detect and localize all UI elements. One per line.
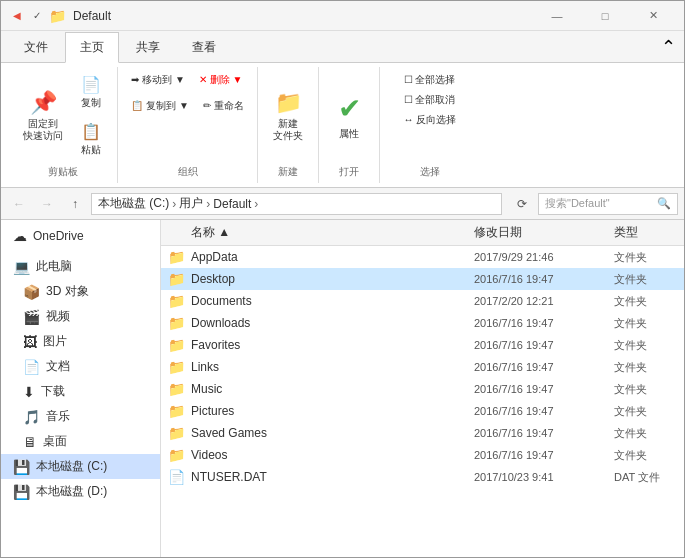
dat-icon-ntuser: 📄 <box>161 469 191 485</box>
folder-icon-desktop: 📁 <box>161 271 191 287</box>
search-icon: 🔍 <box>657 197 671 210</box>
path-segment-default[interactable]: Default <box>213 197 251 211</box>
file-type-videos: 文件夹 <box>614 448 684 463</box>
sidebar-item-music[interactable]: 🎵 音乐 <box>1 404 160 429</box>
sidebar-item-onedrive[interactable]: ☁ OneDrive <box>1 224 160 248</box>
paste-button[interactable]: 📋 粘贴 <box>73 118 109 161</box>
sidebar-label-local-d: 本地磁盘 (D:) <box>36 483 107 500</box>
sidebar-item-desktop[interactable]: 🖥 桌面 <box>1 429 160 454</box>
copy-label: 复制 <box>81 96 101 110</box>
invert-select-button[interactable]: ↔ 反向选择 <box>400 111 461 129</box>
tab-home[interactable]: 主页 <box>65 32 119 63</box>
properties-button[interactable]: ✔ 属性 <box>327 88 371 145</box>
file-list-header: 名称 ▲ 修改日期 类型 <box>161 220 684 246</box>
sidebar-item-this-pc[interactable]: 💻 此电脑 <box>1 254 160 279</box>
ribbon-group-open: ✔ 属性 打开 <box>319 67 380 183</box>
file-row-downloads[interactable]: 📁 Downloads 2016/7/16 19:47 文件夹 <box>161 312 684 334</box>
paste-label: 粘贴 <box>81 143 101 157</box>
header-type[interactable]: 类型 <box>614 224 684 241</box>
file-row-music[interactable]: 📁 Music 2016/7/16 19:47 文件夹 <box>161 378 684 400</box>
move-to-button[interactable]: ➡ 移动到 ▼ <box>127 71 188 89</box>
folder-icon-documents: 📁 <box>161 293 191 309</box>
folder-icon-saved-games: 📁 <box>161 425 191 441</box>
sidebar-item-3d-objects[interactable]: 📦 3D 对象 <box>1 279 160 304</box>
title-controls: — □ ✕ <box>534 1 676 31</box>
file-row-favorites[interactable]: 📁 Favorites 2016/7/16 19:47 文件夹 <box>161 334 684 356</box>
documents-icon: 📄 <box>23 359 40 375</box>
copy-button[interactable]: 📄 复制 <box>73 71 109 114</box>
sidebar-label-3d-objects: 3D 对象 <box>46 283 89 300</box>
rename-button[interactable]: ✏ 重命名 <box>199 97 248 115</box>
back-button[interactable]: ← <box>7 192 31 216</box>
local-d-icon: 💾 <box>13 484 30 500</box>
address-path[interactable]: 本地磁盘 (C:) › 用户 › Default › <box>91 193 502 215</box>
select-all-button[interactable]: ☐ 全部选择 <box>400 71 460 89</box>
sidebar-item-videos[interactable]: 🎬 视频 <box>1 304 160 329</box>
clipboard-buttons: 📌 固定到快速访问 📄 复制 📋 粘贴 <box>17 71 109 161</box>
new-folder-label: 新建文件夹 <box>273 118 303 142</box>
file-row-videos[interactable]: 📁 Videos 2016/7/16 19:47 文件夹 <box>161 444 684 466</box>
3d-objects-icon: 📦 <box>23 284 40 300</box>
folder-icon-music: 📁 <box>161 381 191 397</box>
pictures-icon: 🖼 <box>23 334 37 350</box>
pin-to-quickaccess-button[interactable]: 📌 固定到快速访问 <box>17 86 69 146</box>
sidebar-item-local-c[interactable]: 💾 本地磁盘 (C:) <box>1 454 160 479</box>
file-type-documents: 文件夹 <box>614 294 684 309</box>
maximize-button[interactable]: □ <box>582 1 628 31</box>
file-row-appdata[interactable]: 📁 AppData 2017/9/29 21:46 文件夹 <box>161 246 684 268</box>
minimize-button[interactable]: — <box>534 1 580 31</box>
file-row-ntuser[interactable]: 📄 NTUSER.DAT 2017/10/23 9:41 DAT 文件 <box>161 466 684 488</box>
path-sep-3: › <box>254 197 258 211</box>
file-type-pictures: 文件夹 <box>614 404 684 419</box>
file-name-favorites: Favorites <box>191 338 474 352</box>
file-type-links: 文件夹 <box>614 360 684 375</box>
search-box[interactable]: 搜索"Default" 🔍 <box>538 193 678 215</box>
local-c-icon: 💾 <box>13 459 30 475</box>
tab-file[interactable]: 文件 <box>9 32 63 62</box>
paste-icon: 📋 <box>81 122 101 141</box>
tab-share[interactable]: 共享 <box>121 32 175 62</box>
search-placeholder: 搜索"Default" <box>545 196 653 211</box>
path-segment-users[interactable]: 用户 <box>179 195 203 212</box>
sidebar-item-local-d[interactable]: 💾 本地磁盘 (D:) <box>1 479 160 504</box>
header-name[interactable]: 名称 ▲ <box>161 224 474 241</box>
sidebar-item-pictures[interactable]: 🖼 图片 <box>1 329 160 354</box>
close-button[interactable]: ✕ <box>630 1 676 31</box>
file-name-documents: Documents <box>191 294 474 308</box>
up-button[interactable]: ↑ <box>63 192 87 216</box>
header-date[interactable]: 修改日期 <box>474 224 614 241</box>
file-list-area: 名称 ▲ 修改日期 类型 📁 AppData 2017/9/29 21:46 文… <box>161 220 684 558</box>
title-bar: ◀ ✓ 📁 Default — □ ✕ <box>1 1 684 31</box>
sidebar-item-documents[interactable]: 📄 文档 <box>1 354 160 379</box>
file-date-pictures: 2016/7/16 19:47 <box>474 405 614 417</box>
file-date-links: 2016/7/16 19:47 <box>474 361 614 373</box>
ribbon-group-select: ☐ 全部选择 ☐ 全部取消 ↔ 反向选择 选择 <box>380 67 480 183</box>
file-row-saved-games[interactable]: 📁 Saved Games 2016/7/16 19:47 文件夹 <box>161 422 684 444</box>
open-buttons: ✔ 属性 <box>327 71 371 161</box>
menu-bar: 文件 主页 共享 查看 ⌃ <box>1 31 684 63</box>
this-pc-icon: 💻 <box>13 259 30 275</box>
sidebar-item-downloads[interactable]: ⬇ 下载 <box>1 379 160 404</box>
file-row-pictures[interactable]: 📁 Pictures 2016/7/16 19:47 文件夹 <box>161 400 684 422</box>
path-segment-c[interactable]: 本地磁盘 (C:) <box>98 195 169 212</box>
clipboard-label: 剪贴板 <box>48 161 78 179</box>
file-row-documents[interactable]: 📁 Documents 2017/2/20 12:21 文件夹 <box>161 290 684 312</box>
file-row-links[interactable]: 📁 Links 2016/7/16 19:47 文件夹 <box>161 356 684 378</box>
tab-view[interactable]: 查看 <box>177 32 231 62</box>
file-name-pictures: Pictures <box>191 404 474 418</box>
new-folder-icon: 📁 <box>275 90 302 116</box>
copy-to-button[interactable]: 📋 复制到 ▼ <box>127 97 192 115</box>
file-type-desktop: 文件夹 <box>614 272 684 287</box>
music-icon: 🎵 <box>23 409 40 425</box>
refresh-button[interactable]: ⟳ <box>510 192 534 216</box>
organize-buttons: ➡ 移动到 ▼ ✕ 删除 ▼ 📋 复制到 ▼ ✏ 重命名 <box>127 71 247 161</box>
delete-button[interactable]: ✕ 删除 ▼ <box>195 71 246 89</box>
ribbon-collapse-button[interactable]: ⌃ <box>653 32 684 62</box>
forward-button[interactable]: → <box>35 192 59 216</box>
deselect-all-button[interactable]: ☐ 全部取消 <box>400 91 460 109</box>
file-row-desktop[interactable]: 📁 Desktop 2016/7/16 19:47 文件夹 <box>161 268 684 290</box>
new-label: 新建 <box>278 161 298 179</box>
window-title: Default <box>73 9 534 23</box>
pin-icon: 📌 <box>30 90 57 116</box>
new-folder-button[interactable]: 📁 新建文件夹 <box>266 86 310 146</box>
